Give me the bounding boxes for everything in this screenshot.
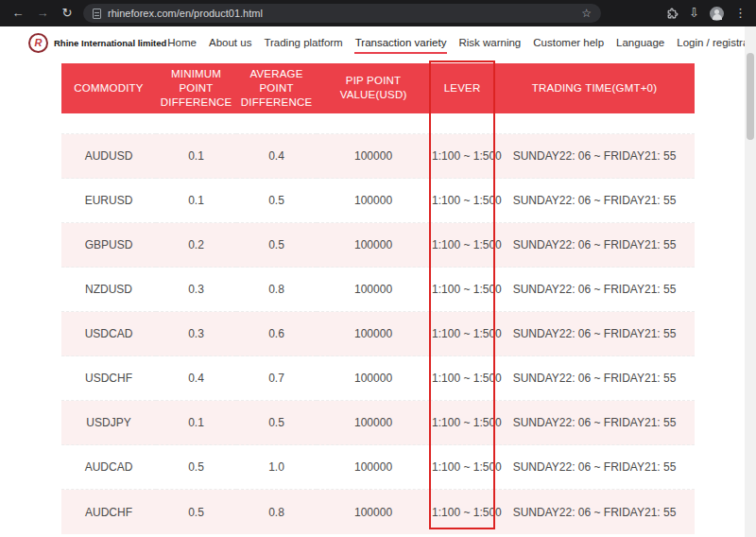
table-row-audusd: AUDUSD 0.1 0.4 100000 1:100 ~ 1:500 SUND…	[61, 134, 695, 179]
cell-min-point: 0.5	[156, 490, 236, 534]
cell-pip-value: 100000	[317, 268, 430, 312]
cell-avg-point: 1.0	[236, 445, 317, 490]
cell-avg-point: 0.8	[236, 490, 317, 534]
nav-item-risk-warning[interactable]: Risk warning	[457, 31, 522, 54]
cell-commodity: USDCHF	[61, 356, 156, 401]
brand-name: Rhine International limited	[54, 38, 166, 48]
cell-avg-point: 0.5	[236, 179, 317, 223]
cell-pip-value: 100000	[317, 179, 430, 223]
cell-trading-time: SUNDAY22: 06 ~ FRIDAY21: 55	[494, 312, 695, 356]
table-row-eurusd: EURUSD 0.1 0.5 100000 1:100 ~ 1:500 SUND…	[61, 179, 695, 223]
cell-min-point: 0.4	[156, 356, 236, 401]
cell-trading-time: SUNDAY22: 06 ~ FRIDAY21: 55	[494, 356, 695, 401]
cell-lever: 1:100 ~ 1:500	[430, 268, 494, 312]
cell-min-point: 0.3	[156, 268, 236, 312]
col-header-minimum-point: MINIMUM POINT DIFFERENCE	[156, 63, 236, 113]
nav-item-language[interactable]: Language	[615, 31, 665, 54]
cell-trading-time: SUNDAY22: 06 ~ FRIDAY21: 55	[494, 223, 695, 268]
cell-commodity: USDJPY	[61, 401, 156, 445]
forward-icon[interactable]: →	[34, 0, 51, 26]
cell-min-point: 0.1	[156, 134, 236, 179]
brand-logo-icon: R	[28, 33, 48, 53]
nav-item-transaction-variety[interactable]: Transaction variety	[354, 31, 448, 54]
cell-trading-time: SUNDAY22: 06 ~ FRIDAY21: 55	[494, 134, 695, 179]
table-row-nzdusd: NZDUSD 0.3 0.8 100000 1:100 ~ 1:500 SUND…	[61, 268, 695, 312]
cell-commodity: AUDCAD	[61, 445, 156, 490]
table-row-gbpusd: GBPUSD 0.2 0.5 100000 1:100 ~ 1:500 SUND…	[61, 223, 695, 268]
cell-pip-value: 100000	[317, 134, 430, 179]
cell-min-point: 0.2	[156, 223, 236, 268]
table-header-row: COMMODITY MINIMUM POINT DIFFERENCE AVERA…	[61, 63, 695, 113]
cell-trading-time: SUNDAY22: 06 ~ FRIDAY21: 55	[494, 401, 695, 445]
page-scrollbar[interactable]	[745, 26, 756, 537]
cell-pip-value: 100000	[317, 312, 430, 356]
nav-item-about-us[interactable]: About us	[208, 31, 252, 54]
col-header-average-point: AVERAGE POINT DIFFERENCE	[236, 63, 317, 113]
profile-avatar[interactable]	[710, 7, 724, 21]
bookmark-star-icon[interactable]: ☆	[581, 7, 592, 20]
table-row-usdcad: USDCAD 0.3 0.6 100000 1:100 ~ 1:500 SUND…	[61, 312, 695, 356]
cell-commodity: AUDCHF	[61, 490, 156, 534]
main-nav: Home About us Trading platform Transacti…	[166, 31, 756, 54]
nav-item-home[interactable]: Home	[166, 31, 198, 54]
toolbar-actions: ⇩ ⋮	[666, 0, 747, 26]
table-row-usdchf: USDCHF 0.4 0.7 100000 1:100 ~ 1:500 SUND…	[61, 356, 695, 401]
col-header-trading-time: TRADING TIME(GMT+0)	[494, 63, 695, 113]
cell-min-point: 0.1	[156, 179, 236, 223]
cell-lever: 1:100 ~ 1:500	[430, 179, 494, 223]
cell-lever: 1:100 ~ 1:500	[430, 401, 494, 445]
cell-avg-point: 0.6	[236, 312, 317, 356]
col-header-pip-value: PIP POINT VALUE(USD)	[317, 63, 430, 113]
table-row-usdjpy: USDJPY 0.1 0.5 100000 1:100 ~ 1:500 SUND…	[61, 401, 695, 445]
cell-lever: 1:100 ~ 1:500	[430, 445, 494, 490]
downloads-icon[interactable]: ⇩	[689, 0, 699, 26]
cell-commodity: GBPUSD	[61, 223, 156, 268]
cell-commodity: AUDUSD	[61, 134, 156, 179]
extensions-puzzle-icon[interactable]	[666, 8, 679, 20]
brand[interactable]: R Rhine International limited	[28, 33, 166, 53]
col-header-lever: LEVER	[430, 63, 494, 113]
col-header-commodity: COMMODITY	[61, 63, 156, 113]
cell-commodity: NZDUSD	[61, 268, 156, 312]
commodity-table-wrap: COMMODITY MINIMUM POINT DIFFERENCE AVERA…	[61, 63, 695, 534]
cell-trading-time: SUNDAY22: 06 ~ FRIDAY21: 55	[494, 445, 695, 490]
cell-commodity: EURUSD	[61, 179, 156, 223]
cell-lever: 1:100 ~ 1:500	[430, 134, 494, 179]
url-text[interactable]: rhineforex.com/en/product01.html	[108, 8, 263, 19]
cell-avg-point: 0.8	[236, 268, 317, 312]
cell-lever: 1:100 ~ 1:500	[430, 356, 494, 401]
scrollbar-thumb[interactable]	[747, 53, 754, 140]
cell-lever: 1:100 ~ 1:500	[430, 312, 494, 356]
cell-avg-point: 0.4	[236, 134, 317, 179]
cell-trading-time: SUNDAY22: 06 ~ FRIDAY21: 55	[494, 268, 695, 312]
cell-lever: 1:100 ~ 1:500	[430, 223, 494, 268]
spacer-row	[61, 113, 695, 134]
site-header: R Rhine International limited Home About…	[0, 26, 756, 59]
cell-pip-value: 100000	[317, 356, 430, 401]
back-icon[interactable]: ←	[9, 0, 26, 26]
menu-icon[interactable]: ⋮	[734, 0, 747, 26]
cell-avg-point: 0.5	[236, 223, 317, 268]
cell-commodity: USDCAD	[61, 312, 156, 356]
page-content: R Rhine International limited Home About…	[0, 26, 756, 534]
cell-min-point: 0.3	[156, 312, 236, 356]
cell-pip-value: 100000	[317, 223, 430, 268]
cell-avg-point: 0.7	[236, 356, 317, 401]
cell-trading-time: SUNDAY22: 06 ~ FRIDAY21: 55	[494, 490, 695, 534]
cell-pip-value: 100000	[317, 490, 430, 534]
cell-avg-point: 0.5	[236, 401, 317, 445]
nav-item-trading-platform[interactable]: Trading platform	[263, 31, 343, 54]
page-info-icon[interactable]	[93, 9, 101, 19]
cell-pip-value: 100000	[317, 401, 430, 445]
cell-trading-time: SUNDAY22: 06 ~ FRIDAY21: 55	[494, 179, 695, 223]
nav-item-customer-help[interactable]: Customer help	[532, 31, 605, 54]
cell-lever: 1:100 ~ 1:500	[430, 490, 494, 534]
table-row-audchf: AUDCHF 0.5 0.8 100000 1:100 ~ 1:500 SUND…	[61, 490, 695, 534]
address-bar[interactable]: rhineforex.com/en/product01.html ☆	[83, 4, 601, 23]
table-row-audcad: AUDCAD 0.5 1.0 100000 1:100 ~ 1:500 SUND…	[61, 445, 695, 490]
cell-min-point: 0.1	[156, 401, 236, 445]
commodity-table: COMMODITY MINIMUM POINT DIFFERENCE AVERA…	[61, 63, 695, 534]
cell-pip-value: 100000	[317, 445, 430, 490]
reload-icon[interactable]: ↻	[59, 0, 76, 26]
cell-min-point: 0.5	[156, 445, 236, 490]
